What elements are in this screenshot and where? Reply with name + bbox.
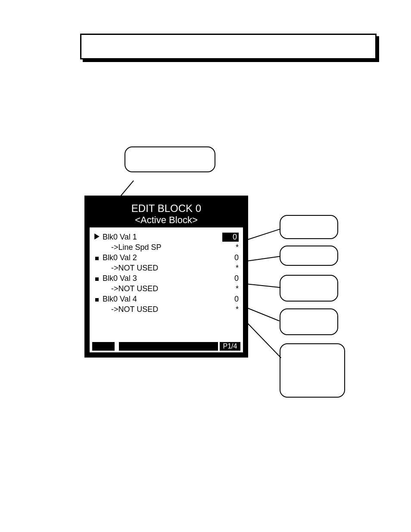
row-sublabel: ->NOT USED xyxy=(111,305,226,314)
callout-r1 xyxy=(280,215,338,239)
list-item[interactable]: Blk0 Val 1 0 xyxy=(94,232,239,242)
row-asterisk: * xyxy=(226,243,239,252)
row-label: Blk0 Val 3 xyxy=(103,274,226,283)
row-label: Blk0 Val 4 xyxy=(103,295,226,304)
bullet-icon xyxy=(94,274,100,283)
device-screen: EDIT BLOCK 0 <Active Block> Blk0 Val 1 0… xyxy=(84,196,248,358)
screen-header: EDIT BLOCK 0 <Active Block> xyxy=(90,201,243,227)
row-asterisk: * xyxy=(226,284,239,293)
row-label: Blk0 Val 2 xyxy=(103,253,226,262)
row-sublabel: ->NOT USED xyxy=(111,284,226,293)
list-item-sub: ->Line Spd SP * xyxy=(94,242,239,252)
row-asterisk: * xyxy=(226,264,239,273)
cursor-arrow-icon xyxy=(94,233,100,242)
row-value[interactable]: 0 xyxy=(226,253,239,262)
screen-footer: P1/4 xyxy=(90,342,243,352)
callout-r3 xyxy=(280,275,338,302)
svg-marker-0 xyxy=(94,233,100,240)
list-item[interactable]: Blk0 Val 2 0 xyxy=(94,252,239,263)
footer-block-2 xyxy=(119,342,218,351)
bullet-icon xyxy=(94,253,100,262)
row-list: Blk0 Val 1 0 ->Line Spd SP * Blk0 Val 2 … xyxy=(90,227,243,314)
callout-r2 xyxy=(280,246,338,266)
title-box xyxy=(80,34,377,59)
bullet-icon xyxy=(94,295,100,304)
row-value[interactable]: 0 xyxy=(226,274,239,283)
callout-r5 xyxy=(280,343,345,398)
callout-r4 xyxy=(280,308,338,335)
row-value[interactable]: 0 xyxy=(222,233,239,242)
row-value[interactable]: 0 xyxy=(226,295,239,304)
list-item[interactable]: Blk0 Val 3 0 xyxy=(94,273,239,283)
footer-block-1 xyxy=(92,342,115,351)
callout-top xyxy=(125,146,215,172)
list-item-sub: ->NOT USED * xyxy=(94,283,239,294)
row-sublabel: ->NOT USED xyxy=(111,264,226,273)
screen-subtitle: <Active Block> xyxy=(90,215,243,227)
list-item-sub: ->NOT USED * xyxy=(94,304,239,314)
page-indicator: P1/4 xyxy=(220,342,240,351)
row-label: Blk0 Val 1 xyxy=(103,233,222,242)
list-item[interactable]: Blk0 Val 4 0 xyxy=(94,294,239,304)
screen-title: EDIT BLOCK 0 xyxy=(90,201,243,215)
row-sublabel: ->Line Spd SP xyxy=(111,243,226,252)
row-asterisk: * xyxy=(226,305,239,314)
list-item-sub: ->NOT USED * xyxy=(94,263,239,273)
